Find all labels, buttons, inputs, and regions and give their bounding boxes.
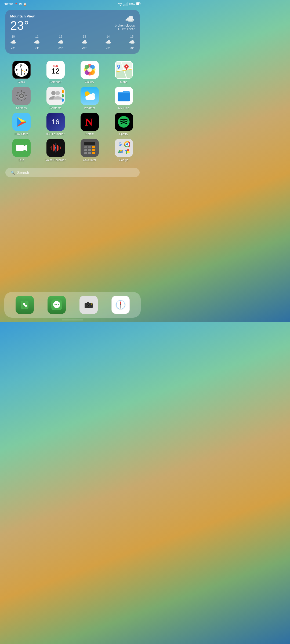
calendar-date: 12 (51, 67, 60, 75)
svg-point-94 (91, 303, 92, 305)
app-spotify[interactable]: Spotify (108, 113, 140, 136)
svg-point-16 (87, 67, 92, 72)
svg-point-84 (55, 304, 56, 305)
forecast-cloud-icon-15: ☁️ (129, 39, 135, 45)
photo-icon: 🖼 (19, 3, 22, 6)
svg-rect-66 (84, 146, 87, 148)
signal-icon (124, 2, 128, 6)
app-netflix[interactable]: N Netflix (74, 113, 106, 136)
search-label: Search (17, 170, 29, 175)
settings-gear-svg (15, 89, 28, 103)
battery-percentage: 76% (129, 3, 135, 6)
svg-rect-71 (92, 149, 95, 151)
app-ios-launcher[interactable]: 16 iOS Launcher (39, 113, 71, 136)
wifi-icon (118, 2, 122, 6)
calendar-icon-bg: SUN 12 (46, 61, 65, 79)
weather-cloud-icon: ☁️ (115, 14, 135, 24)
svg-rect-4 (127, 2, 128, 6)
forecast-cloud-icon-14: ☁️ (105, 39, 111, 45)
google-label: Google (119, 158, 128, 162)
app-contacts[interactable]: Contacts (39, 87, 71, 109)
voicerec-label: Voice Recorder (45, 158, 66, 162)
location-icon: 📍 (15, 3, 18, 6)
svg-rect-67 (88, 146, 91, 148)
spotify-icon-bg (115, 113, 133, 131)
svg-point-92 (88, 305, 88, 305)
voicerec-icon-bg (46, 139, 65, 157)
gallery-flower-svg (82, 63, 97, 77)
app-playstore[interactable]: Play Store (5, 113, 37, 136)
dock-safari[interactable] (111, 296, 130, 314)
svg-rect-7 (139, 3, 140, 4)
svg-point-37 (51, 91, 56, 95)
calculator-label: Calculator (83, 158, 96, 162)
battery-icon (136, 2, 141, 6)
maps-svg: g (116, 62, 132, 78)
status-bar: 10:30 📍 🖼 📋 76% (0, 0, 145, 7)
svg-rect-46 (88, 98, 93, 100)
dock-messages[interactable] (48, 296, 66, 314)
svg-rect-30 (16, 92, 19, 94)
duo-svg (15, 141, 28, 155)
svg-point-23 (126, 66, 127, 67)
google-icon-bg: G (115, 139, 133, 157)
dock-camera[interactable] (79, 296, 98, 314)
app-clock[interactable]: 12 3 6 9 1 11 10 8 7 5 2 4 Clock (5, 61, 37, 83)
status-right: 76% (118, 2, 141, 6)
app-duo[interactable]: Duo (5, 139, 37, 162)
spotify-label: Spotify (119, 132, 128, 136)
spotify-svg (117, 115, 130, 129)
svg-rect-6 (136, 3, 139, 5)
forecast-cloud-icon-12: ☁️ (58, 39, 64, 45)
weather-temperature: 23° (10, 19, 35, 32)
contacts-label: Contacts (50, 106, 61, 109)
contacts-icon-bg (46, 87, 65, 105)
app-myfiles[interactable]: My Files (108, 87, 140, 109)
contacts-svg (48, 88, 64, 104)
settings-label: Settings (16, 106, 27, 109)
google-photos-icon (124, 148, 130, 154)
clock-icon-bg: 12 3 6 9 1 11 10 8 7 5 2 4 (12, 61, 31, 79)
app-weather[interactable]: Weather (74, 87, 106, 109)
forecast-item-10: 10 ☁️ 23° (10, 35, 16, 49)
svg-rect-40 (62, 94, 64, 97)
svg-rect-74 (92, 152, 95, 154)
google-g-icon: G (117, 142, 123, 147)
weather-location-block: Mountain View 23° (10, 14, 35, 32)
forecast-item-13: 13 ☁️ 23° (81, 35, 87, 49)
svg-text:g: g (117, 63, 120, 69)
dock-safari-icon (111, 296, 130, 314)
app-calculator[interactable]: Calculator (74, 139, 106, 162)
svg-rect-31 (24, 98, 26, 100)
svg-marker-53 (24, 145, 27, 151)
svg-point-38 (56, 91, 60, 95)
search-icon: 🔍 (11, 171, 15, 175)
app-settings[interactable]: Settings (5, 87, 37, 109)
svg-rect-49 (91, 95, 93, 97)
svg-rect-73 (88, 152, 91, 154)
svg-rect-41 (62, 98, 64, 102)
dock-phone[interactable] (16, 296, 34, 314)
svg-text:N: N (85, 116, 93, 128)
forecast-cloud-icon-13: ☁️ (81, 39, 87, 45)
forecast-item-14: 14 ☁️ 22° (105, 35, 111, 49)
svg-rect-29 (25, 95, 27, 97)
duo-label: Duo (19, 158, 24, 162)
search-bar[interactable]: 🔍 Search (5, 168, 140, 177)
svg-rect-1 (124, 5, 124, 6)
svg-rect-3 (126, 3, 126, 6)
app-maps[interactable]: g Maps (108, 61, 140, 83)
svg-point-0 (120, 5, 121, 6)
weather-widget[interactable]: Mountain View 23° ☁️ broken clouds H:12°… (5, 10, 140, 54)
svg-point-85 (56, 304, 57, 305)
app-google[interactable]: G (108, 139, 140, 162)
svg-rect-28 (16, 95, 18, 97)
app-voice-recorder[interactable]: Voice Recorder (39, 139, 71, 162)
app-gallery[interactable]: Gallery (74, 61, 106, 83)
weather-app-icon-bg (81, 87, 99, 105)
svg-rect-70 (88, 149, 91, 151)
weather-label: Weather (84, 106, 95, 109)
playstore-icon-bg (12, 113, 31, 131)
gallery-label: Gallery (85, 80, 94, 83)
app-calendar[interactable]: SUN 12 Calendar (39, 61, 71, 83)
